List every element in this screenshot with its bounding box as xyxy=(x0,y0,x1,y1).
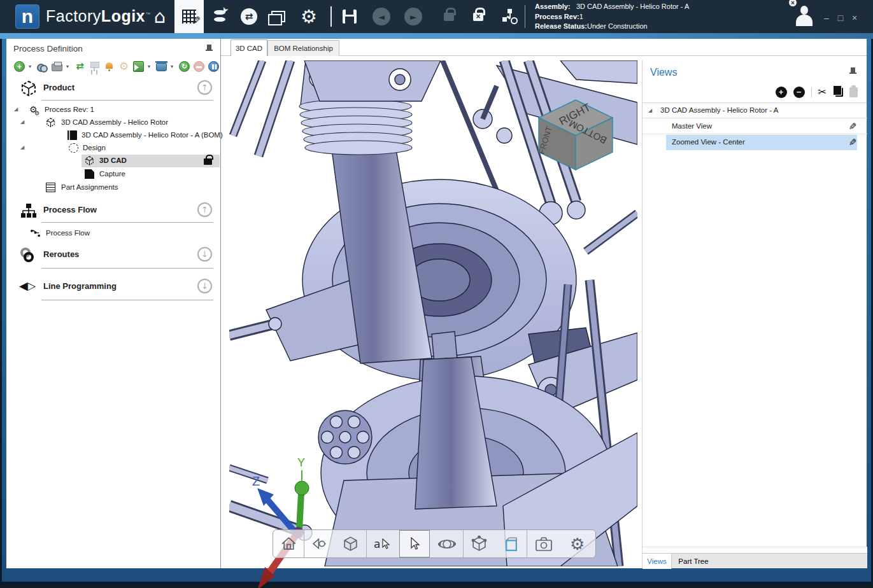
remove-view-button[interactable]: − xyxy=(793,87,805,98)
flow-search-button[interactable] xyxy=(495,0,525,33)
add-view-button[interactable]: + xyxy=(776,87,787,98)
views-bottom-tabs: Views Part Tree xyxy=(642,553,867,568)
bounding-box-button[interactable] xyxy=(495,530,526,557)
expander-icon[interactable]: ◢ xyxy=(20,119,24,125)
tree-row-assembly[interactable]: ◢ 3D CAD Assembly - Helico Rotor xyxy=(6,116,221,129)
product-collapse-button[interactable]: ↑ xyxy=(197,80,212,95)
pin-icon[interactable] xyxy=(205,44,214,54)
lock-close-button[interactable]: × xyxy=(464,0,493,33)
print-button[interactable] xyxy=(52,64,62,71)
pointer-select-button[interactable] xyxy=(399,530,430,557)
edit-view-icon[interactable]: ✎ xyxy=(849,121,857,132)
cursor-icon xyxy=(381,538,392,550)
activate-icon[interactable]: ↻ xyxy=(179,61,190,72)
process-flow-collapse-button[interactable]: ↑ xyxy=(197,202,212,217)
bell-icon[interactable] xyxy=(104,61,115,72)
expander-icon[interactable]: ◢ xyxy=(14,106,18,112)
tree-row-3dcad[interactable]: 3D CAD xyxy=(6,155,221,167)
tab-bom-relationship[interactable]: BOM Relationship xyxy=(267,40,339,56)
cube-icon xyxy=(85,156,94,165)
tab-views[interactable]: Views xyxy=(642,554,672,569)
expander-icon[interactable]: ◢ xyxy=(20,144,24,150)
view-cube[interactable]: RIGHT BOTTOM FRONT xyxy=(536,99,615,172)
back-button[interactable]: ◄ xyxy=(367,0,396,33)
line-programming-section-label: Line Programming xyxy=(43,281,117,291)
reroutes-expand-button[interactable]: ↓ xyxy=(197,247,212,262)
annotation-select-button[interactable]: a xyxy=(367,530,398,557)
panel-toolbar: +▾ ▾ ⇄ ⚙ ▾ ▾ ↻ xyxy=(14,59,219,73)
views-tree-root[interactable]: ◢ 3D CAD Assembly - Helico Rotor - A xyxy=(642,103,867,118)
settings-button[interactable]: ⚙ xyxy=(294,0,323,33)
view-item-label: Zoomed View - Center xyxy=(672,138,745,146)
bom-book-icon xyxy=(67,130,77,140)
gear-disabled-icon: ⚙ xyxy=(118,61,129,72)
tree-row-process-flow[interactable]: Process Flow xyxy=(6,227,221,240)
pause-icon[interactable] xyxy=(208,61,219,72)
export-button[interactable] xyxy=(133,61,144,72)
views-toolbar: + − ✂ xyxy=(776,86,858,99)
cube-icon xyxy=(46,118,55,127)
tab-label: BOM Relationship xyxy=(274,45,333,52)
view-item-zoomed[interactable]: Zoomed View - Center ✎ xyxy=(642,135,867,150)
cut-icon[interactable]: ✂ xyxy=(818,87,827,97)
line-programming-section-header[interactable]: ◀▷ Line Programming ↓ xyxy=(6,277,221,297)
transfer-button[interactable]: ⇄ xyxy=(234,0,264,33)
viewport-settings-button[interactable]: ⚙ xyxy=(562,530,593,557)
materials-button[interactable]: ➤ xyxy=(205,0,234,33)
orbit-button[interactable] xyxy=(432,530,462,557)
home-icon: ⌂ xyxy=(154,8,166,26)
find-icon[interactable] xyxy=(37,61,48,72)
save-icon xyxy=(343,10,357,24)
documents-button[interactable] xyxy=(264,0,293,33)
tab-label: 3D CAD xyxy=(236,45,262,52)
line-programming-expand-button[interactable]: ↓ xyxy=(197,279,212,293)
tab-part-tree[interactable]: Part Tree xyxy=(672,554,715,569)
copy-icon[interactable] xyxy=(835,88,843,97)
views-scroll-track[interactable] xyxy=(642,547,867,553)
reroutes-section-header[interactable]: Reroutes ↓ xyxy=(6,245,221,265)
add-button[interactable]: + xyxy=(14,61,25,72)
view-item-master[interactable]: Master View ✎ xyxy=(642,119,867,134)
edit-view-icon[interactable]: ✎ xyxy=(849,137,857,148)
close-button[interactable]: × xyxy=(848,13,861,23)
add-dropdown-icon[interactable]: ▾ xyxy=(29,64,33,69)
viewport-toolbar: a xyxy=(273,529,596,558)
process-definition-button[interactable]: ✎ xyxy=(174,0,204,33)
delete-dropdown-icon[interactable]: ▾ xyxy=(171,64,175,69)
tree-label: Process Rev: 1 xyxy=(45,106,94,113)
view-direction-button[interactable] xyxy=(304,530,335,557)
expander-icon[interactable]: ◢ xyxy=(648,108,652,113)
pin-icon[interactable] xyxy=(849,67,858,77)
home-view-button[interactable] xyxy=(273,530,304,557)
delete-button[interactable] xyxy=(156,63,167,71)
tree-label: 3D CAD xyxy=(99,157,127,164)
cad-viewport[interactable]: RIGHT BOTTOM FRONT Z Y X xyxy=(229,60,637,566)
tree-label: Process Flow xyxy=(46,229,90,237)
print-dropdown-icon[interactable]: ▾ xyxy=(66,64,71,69)
process-flow-section-header[interactable]: Process Flow ↑ xyxy=(6,200,221,221)
snapshot-button[interactable] xyxy=(529,530,559,557)
sync-icon[interactable]: ⇄ xyxy=(75,61,85,72)
assembly-value: 3D CAD Assembly - Helico Rotor - A xyxy=(576,3,689,10)
forward-button[interactable]: ► xyxy=(399,0,428,33)
minimize-button[interactable]: – xyxy=(820,13,833,23)
tree-row-capture[interactable]: Capture xyxy=(6,168,221,181)
presentation-icon[interactable] xyxy=(89,61,100,72)
save-button[interactable] xyxy=(335,0,364,33)
solid-view-button[interactable] xyxy=(336,530,366,557)
divider xyxy=(41,300,213,300)
unlock-button[interactable] xyxy=(434,0,464,33)
camera-icon xyxy=(535,536,553,552)
tab-3d-cad[interactable]: 3D CAD xyxy=(231,39,267,56)
isometric-view-button[interactable] xyxy=(464,530,495,557)
tree-row-process-rev[interactable]: ◢ ⚙⚙ Process Rev: 1 xyxy=(6,104,221,116)
assembly-info: Assembly:3D CAD Assembly - Helico Rotor … xyxy=(535,2,689,32)
tree-row-part-assignments[interactable]: Part Assignments xyxy=(6,181,221,194)
tree-row-design[interactable]: ◢ Design xyxy=(6,142,221,155)
maximize-button[interactable]: □ xyxy=(834,13,847,23)
tree-label: Part Assignments xyxy=(61,183,118,191)
tree-row-bom[interactable]: 3D CAD Assembly - Helico Rotor - A (BOM) xyxy=(6,129,221,142)
product-section-header[interactable]: Product ↑ xyxy=(6,78,221,99)
export-dropdown-icon[interactable]: ▾ xyxy=(148,64,152,69)
home-button[interactable]: ⌂ xyxy=(145,0,174,33)
